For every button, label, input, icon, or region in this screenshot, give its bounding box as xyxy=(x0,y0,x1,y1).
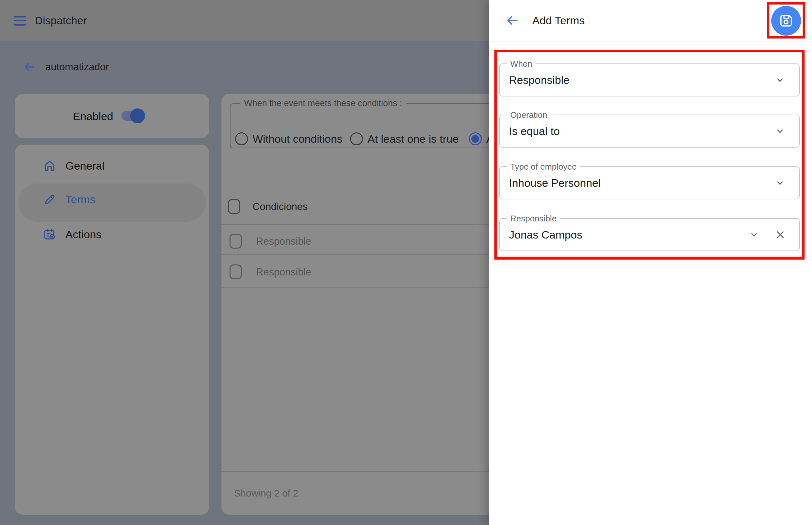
radio-option-at-least-one[interactable]: At least one is true xyxy=(350,132,459,145)
chevron-down-icon[interactable] xyxy=(774,74,786,86)
radio-label: A xyxy=(486,133,489,145)
dimmed-background: Dispatcher automatizador Enabled Gener xyxy=(0,0,489,525)
enabled-label: Enabled xyxy=(73,110,113,123)
conditions-fieldset: When the event meets these conditions : … xyxy=(230,99,489,148)
sidebar-item-label: Actions xyxy=(65,228,102,241)
radio-icon[interactable] xyxy=(235,132,248,145)
page-title-row: automatizador xyxy=(23,60,109,74)
table-row-label: Responsible xyxy=(256,236,311,247)
radio-checked-icon[interactable] xyxy=(469,132,482,145)
row-checkbox[interactable] xyxy=(230,234,242,249)
app-bar: Dispatcher xyxy=(0,0,489,41)
divider xyxy=(221,156,489,156)
select-all-checkbox[interactable] xyxy=(228,199,240,214)
conditions-legend: When the event meets these conditions : xyxy=(240,99,406,108)
table-footer-count: Showing 2 of 2 xyxy=(234,488,298,499)
clear-icon[interactable] xyxy=(773,228,787,241)
sidebar-item-label: General xyxy=(65,160,105,172)
select-type-of-employee[interactable]: Type of employee Inhouse Personnel xyxy=(499,166,800,199)
enabled-toggle[interactable] xyxy=(121,108,160,124)
field-value: Responsible xyxy=(509,74,570,87)
toggle-thumb xyxy=(130,108,145,123)
field-value: Is equal to xyxy=(509,125,560,138)
table-row-label: Responsible xyxy=(256,266,311,278)
drawer-title: Add Terms xyxy=(532,14,585,27)
divider xyxy=(489,41,812,42)
select-operation[interactable]: Operation Is equal to xyxy=(499,115,800,148)
field-value: Jonas Campos xyxy=(509,228,582,241)
drawer-header: Add Terms xyxy=(489,0,812,41)
column-header: Condiciones xyxy=(253,201,308,213)
add-terms-drawer: Add Terms When Responsible Operation xyxy=(489,0,812,525)
sidebar-item-label: Terms xyxy=(65,193,95,206)
divider xyxy=(221,471,489,472)
floppy-disk-icon xyxy=(778,12,795,29)
conditions-card: When the event meets these conditions : … xyxy=(221,94,489,515)
field-label: Operation xyxy=(507,110,550,120)
field-label: Type of employee xyxy=(507,162,580,172)
select-responsible[interactable]: Responsible Jonas Campos xyxy=(499,218,800,251)
back-arrow-icon[interactable] xyxy=(23,61,35,74)
radio-option-all-true[interactable]: A xyxy=(469,132,489,145)
save-button[interactable] xyxy=(771,6,801,35)
screen: Dispatcher automatizador Enabled Gener xyxy=(0,0,812,525)
field-value: Inhouse Personnel xyxy=(509,177,601,189)
drawer-back-arrow-icon[interactable] xyxy=(505,14,519,27)
chevron-down-icon[interactable] xyxy=(774,125,786,137)
field-label: Responsible xyxy=(507,214,560,224)
sidebar-item-actions[interactable]: Actions xyxy=(43,227,102,242)
divider xyxy=(221,287,489,288)
calendar-plus-icon xyxy=(43,227,56,241)
sidebar-nav-card: General Terms Actions xyxy=(15,145,209,515)
pencil-icon xyxy=(43,193,56,206)
app-title: Dispatcher xyxy=(35,15,87,27)
divider xyxy=(221,224,489,225)
sidebar-item-terms[interactable]: Terms xyxy=(43,192,95,207)
row-checkbox[interactable] xyxy=(230,265,242,279)
radio-icon[interactable] xyxy=(350,132,363,145)
select-when[interactable]: When Responsible xyxy=(499,63,800,96)
field-label: When xyxy=(507,59,535,69)
home-icon xyxy=(43,159,56,172)
sidebar-item-general[interactable]: General xyxy=(43,158,105,174)
divider xyxy=(221,254,489,255)
radio-label: Without conditions xyxy=(253,133,342,145)
radio-option-without-conditions[interactable]: Without conditions xyxy=(235,132,342,145)
enabled-card: Enabled xyxy=(15,94,209,138)
chevron-down-icon[interactable] xyxy=(748,228,760,241)
radio-label: At least one is true xyxy=(368,133,459,145)
menu-icon[interactable] xyxy=(14,16,26,26)
chevron-down-icon[interactable] xyxy=(774,177,786,189)
page-title: automatizador xyxy=(45,61,109,73)
